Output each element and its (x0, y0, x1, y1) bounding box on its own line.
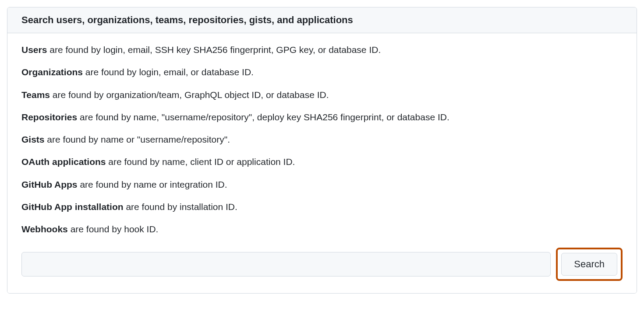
help-bold: GitHub Apps (21, 179, 78, 189)
panel-title: Search users, organizations, teams, repo… (7, 7, 637, 33)
help-text: are found by name or integration ID. (78, 179, 227, 189)
help-text: are found by login, email, SSH key SHA25… (47, 45, 381, 55)
help-bold: GitHub App installation (21, 202, 124, 212)
help-line-webhooks: Webhooks are found by hook ID. (21, 223, 623, 235)
help-bold: Organizations (21, 67, 83, 77)
panel-body: Users are found by login, email, SSH key… (7, 33, 637, 293)
help-text: are found by name, "username/repository"… (77, 112, 449, 122)
help-text: are found by organization/team, GraphQL … (50, 90, 329, 100)
help-line-gists: Gists are found by name or "username/rep… (21, 133, 623, 145)
search-panel: Search users, organizations, teams, repo… (7, 7, 637, 294)
help-bold: Webhooks (21, 224, 68, 234)
help-bold: Users (21, 45, 47, 55)
help-text: are found by hook ID. (68, 224, 159, 234)
help-line-github-app-installation: GitHub App installation are found by ins… (21, 201, 623, 213)
help-text: are found by login, email, or database I… (83, 67, 254, 77)
help-text: are found by name or "username/repositor… (45, 134, 230, 144)
help-bold: Gists (21, 134, 45, 144)
help-line-github-apps: GitHub Apps are found by name or integra… (21, 178, 623, 190)
help-line-oauth-applications: OAuth applications are found by name, cl… (21, 156, 623, 168)
help-bold: Teams (21, 90, 50, 100)
help-text: are found by installation ID. (124, 202, 237, 212)
help-line-users: Users are found by login, email, SSH key… (21, 44, 623, 56)
help-line-organizations: Organizations are found by login, email,… (21, 66, 623, 78)
help-line-repositories: Repositories are found by name, "usernam… (21, 111, 623, 123)
search-button-highlight: Search (556, 248, 623, 281)
search-button[interactable]: Search (561, 253, 617, 276)
help-bold: Repositories (21, 112, 77, 122)
help-line-teams: Teams are found by organization/team, Gr… (21, 89, 623, 101)
search-input[interactable] (21, 252, 551, 276)
help-bold: OAuth applications (21, 157, 106, 167)
search-row: Search (21, 248, 623, 281)
help-text: are found by name, client ID or applicat… (106, 157, 295, 167)
